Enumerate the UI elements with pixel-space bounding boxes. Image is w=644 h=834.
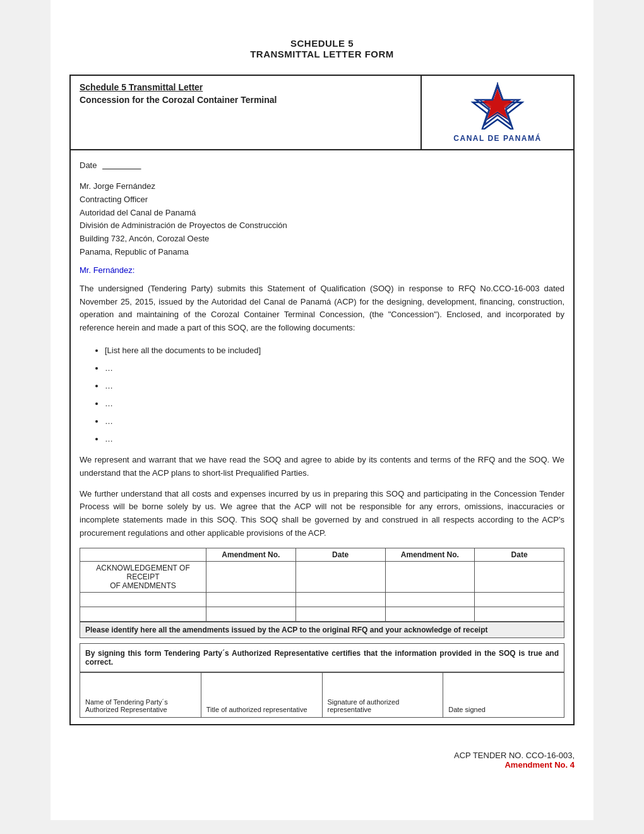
sig-cell-2: Title of authorized representative xyxy=(201,673,323,717)
amend-data-5 xyxy=(206,593,296,607)
date-line: Date xyxy=(80,160,564,170)
footer-section: ACP TENDER NO. CCO-16-003, Amendment No.… xyxy=(51,751,593,770)
footer-line2: Amendment No. 4 xyxy=(51,760,575,770)
sig-cell-4: Date signed xyxy=(443,673,564,717)
amend-row3-spacer xyxy=(80,607,206,621)
addressee-org: Autoridad del Canal de Panamá xyxy=(80,207,564,220)
addressee-country: Panama, Republic of Panama xyxy=(80,246,564,259)
amend-data-8 xyxy=(475,593,564,607)
paragraph-1: The undersigned (Tendering Party) submit… xyxy=(80,282,564,335)
sig-label-4: Date signed xyxy=(448,706,559,713)
amendment-header-row: Amendment No. Date Amendment No. Date xyxy=(80,548,564,562)
amendment-notice: Please identify here all the amendments … xyxy=(80,622,564,638)
header-right-logo: CANAL DE PANAMÁ xyxy=(422,76,573,149)
canal-logo-star xyxy=(463,82,532,133)
amendment-col-header-1: Amendment No. xyxy=(206,548,296,561)
date-label: Date xyxy=(80,160,97,170)
addressee-title: Contracting Officer xyxy=(80,193,564,207)
ack-line1: ACKNOWLEDGEMENT OF RECEIPT xyxy=(85,564,201,581)
address-block: Mr. Jorge Fernández Contracting Officer … xyxy=(80,180,564,259)
sig-label-1: Name of Tendering Party´s Authorized Rep… xyxy=(85,698,196,713)
amend-data-10 xyxy=(296,607,386,621)
schedule-title-line1: SCHEDULE 5 xyxy=(51,38,593,49)
amend-data-1 xyxy=(206,562,296,592)
bullet-item-1: [List here all the documents to be inclu… xyxy=(105,342,564,359)
schedule-letter-title: Schedule 5 Transmittal Letter xyxy=(80,82,412,92)
amendment-spacer xyxy=(80,548,206,561)
form-box: Schedule 5 Transmittal Letter Concession… xyxy=(69,75,575,725)
addressee-name: Mr. Jorge Fernández xyxy=(80,180,564,193)
ack-line2: OF AMENDMENTS xyxy=(110,581,176,590)
amend-row2-spacer xyxy=(80,593,206,607)
sig-label-3: Signature of authorized representative xyxy=(328,698,438,713)
signature-row: Name of Tendering Party´s Authorized Rep… xyxy=(80,672,564,718)
amendment-col-header-2: Date xyxy=(296,548,386,561)
addressee-div: División de Administración de Proyectos … xyxy=(80,219,564,233)
schedule-title-line2: TRANSMITTAL LETTER FORM xyxy=(51,49,593,59)
addressee-building: Building 732, Ancón, Corozal Oeste xyxy=(80,233,564,246)
sig-cell-3: Signature of authorized representative xyxy=(323,673,444,717)
logo-text: CANAL DE PANAMÁ xyxy=(453,134,541,143)
canal-logo: CANAL DE PANAMÁ xyxy=(453,82,541,143)
svg-marker-5 xyxy=(482,88,513,118)
title-section: SCHEDULE 5 TRANSMITTAL LETTER FORM xyxy=(51,38,593,59)
paragraph-3: We further understand that all costs and… xyxy=(80,488,564,540)
sig-label-2: Title of authorized representative xyxy=(206,706,317,713)
signing-notice: By signing this form Tendering Party´s A… xyxy=(80,643,564,672)
amend-data-7 xyxy=(386,593,475,607)
bullet-item-3: … xyxy=(105,378,564,394)
amend-data-6 xyxy=(296,593,386,607)
amendment-data-row-3 xyxy=(80,607,564,621)
bullet-item-5: … xyxy=(105,413,564,430)
amendment-data-row-1: ACKNOWLEDGEMENT OF RECEIPT OF AMENDMENTS xyxy=(80,562,564,593)
paragraph-2: We represent and warrant that we have re… xyxy=(80,454,564,480)
amend-data-12 xyxy=(475,607,564,621)
amendment-col-header-4: Date xyxy=(475,548,564,561)
bullet-item-6: … xyxy=(105,431,564,447)
header-left: Schedule 5 Transmittal Letter Concession… xyxy=(71,76,422,149)
footer-line1: ACP TENDER NO. CCO-16-003, xyxy=(51,751,575,760)
amend-data-11 xyxy=(386,607,475,621)
bullet-item-2: … xyxy=(105,360,564,377)
amend-data-2 xyxy=(296,562,386,592)
bullet-list: [List here all the documents to be inclu… xyxy=(105,342,564,447)
amendment-col-header-3: Amendment No. xyxy=(386,548,475,561)
sig-cell-1: Name of Tendering Party´s Authorized Rep… xyxy=(80,673,201,717)
salutation: Mr. Fernández: xyxy=(80,265,564,275)
date-underline xyxy=(102,160,178,170)
amend-data-3 xyxy=(386,562,475,592)
amendment-table: Amendment No. Date Amendment No. Date AC… xyxy=(80,548,564,622)
concession-title: Concession for the Corozal Container Ter… xyxy=(80,95,412,105)
amendment-data-row-2 xyxy=(80,593,564,607)
ack-label: ACKNOWLEDGEMENT OF RECEIPT OF AMENDMENTS xyxy=(80,562,206,592)
amend-data-4 xyxy=(475,562,564,592)
body-section: Date Mr. Jorge Fernández Contracting Off… xyxy=(71,150,573,724)
amend-data-9 xyxy=(206,607,296,621)
header-row: Schedule 5 Transmittal Letter Concession… xyxy=(71,76,573,150)
bullet-item-4: … xyxy=(105,396,564,412)
